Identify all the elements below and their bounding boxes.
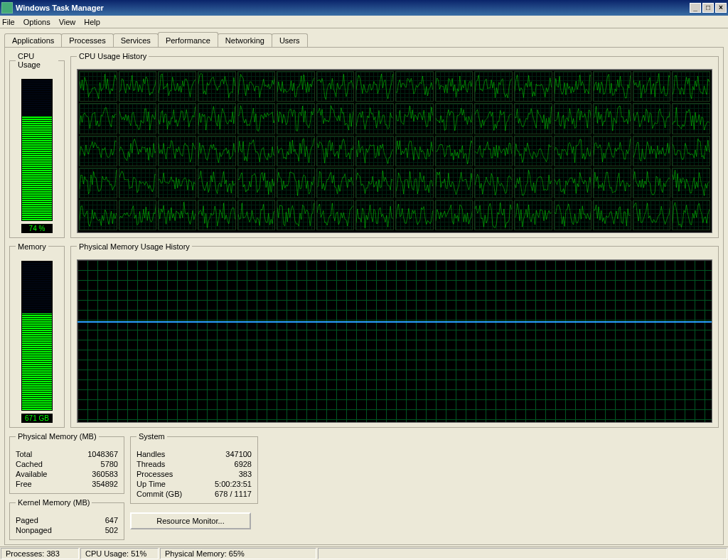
cpu-core-chart bbox=[198, 168, 236, 198]
cpu-core-chart bbox=[316, 136, 355, 166]
status-processes: Processes: 383 bbox=[1, 548, 79, 559]
kernel-memory-label: Kernel Memory (MB) bbox=[16, 498, 92, 507]
sys-handles-label: Handles bbox=[136, 449, 165, 459]
tab-strip: Applications Processes Services Performa… bbox=[4, 31, 724, 47]
tab-networking[interactable]: Networking bbox=[218, 33, 272, 47]
cpu-core-chart bbox=[79, 103, 117, 134]
cpu-core-chart bbox=[237, 136, 276, 166]
pm-cached-value: 5780 bbox=[101, 459, 118, 469]
app-icon bbox=[1, 2, 13, 14]
performance-panel: CPU Usage 74 % CPU Usage History Memory … bbox=[4, 47, 724, 545]
cpu-core-chart bbox=[633, 200, 671, 230]
cpu-core-chart bbox=[79, 168, 117, 198]
titlebar: Windows Task Manager _ □ × bbox=[0, 0, 728, 16]
memory-history-chart bbox=[77, 259, 712, 424]
cpu-core-chart bbox=[158, 103, 196, 134]
menu-options[interactable]: Options bbox=[23, 18, 50, 26]
cpu-core-chart bbox=[395, 168, 434, 198]
cpu-core-chart bbox=[633, 168, 671, 198]
minimize-button[interactable]: _ bbox=[690, 3, 701, 13]
cpu-core-chart bbox=[395, 136, 434, 166]
system-group: System Handles347100 Threads6928 Process… bbox=[130, 432, 258, 504]
cpu-core-chart bbox=[158, 71, 196, 102]
menu-view[interactable]: View bbox=[59, 18, 76, 26]
tab-services[interactable]: Services bbox=[113, 33, 159, 47]
cpu-core-chart bbox=[514, 168, 552, 198]
cpu-core-chart bbox=[355, 103, 394, 134]
cpu-core-chart bbox=[633, 103, 671, 134]
cpu-core-chart bbox=[593, 200, 631, 230]
cpu-core-chart bbox=[593, 136, 631, 166]
sys-uptime-label: Up Time bbox=[136, 479, 166, 489]
sys-commit-label: Commit (GB) bbox=[136, 489, 182, 499]
cpu-core-chart bbox=[593, 103, 631, 134]
cpu-core-chart bbox=[355, 200, 394, 230]
cpu-core-chart bbox=[672, 103, 710, 134]
menu-file[interactable]: File bbox=[2, 18, 15, 26]
cpu-core-chart bbox=[79, 136, 117, 166]
cpu-core-chart bbox=[554, 168, 592, 198]
cpu-core-chart bbox=[554, 200, 592, 230]
cpu-core-chart bbox=[316, 200, 355, 230]
cpu-core-chart bbox=[316, 103, 355, 134]
status-cpu: CPU Usage: 51% bbox=[80, 548, 159, 559]
cpu-history-grid bbox=[77, 69, 712, 233]
system-label: System bbox=[136, 432, 167, 441]
menu-help[interactable]: Help bbox=[84, 18, 100, 26]
sys-threads-value: 6928 bbox=[235, 459, 252, 469]
cpu-core-chart bbox=[474, 71, 513, 102]
cpu-core-chart bbox=[277, 168, 315, 198]
sys-threads-label: Threads bbox=[136, 459, 165, 469]
sys-processes-label: Processes bbox=[136, 469, 173, 479]
cpu-core-chart bbox=[237, 168, 276, 198]
cpu-core-chart bbox=[514, 71, 552, 102]
memory-value: 671 GB bbox=[21, 414, 53, 423]
cpu-core-chart bbox=[395, 103, 434, 134]
cpu-history-group: CPU Usage History bbox=[70, 52, 719, 238]
cpu-core-chart bbox=[672, 136, 710, 166]
status-empty bbox=[318, 548, 727, 559]
cpu-core-chart bbox=[593, 168, 631, 198]
memory-meter bbox=[21, 261, 53, 411]
memory-group: Memory 671 GB bbox=[9, 242, 65, 429]
cpu-core-chart bbox=[514, 200, 552, 230]
window-title: Windows Task Manager bbox=[16, 4, 104, 12]
cpu-core-chart bbox=[435, 168, 473, 198]
resource-monitor-button[interactable]: Resource Monitor... bbox=[130, 512, 251, 529]
memory-history-label: Physical Memory Usage History bbox=[77, 242, 192, 251]
cpu-core-chart bbox=[554, 71, 592, 102]
tab-performance[interactable]: Performance bbox=[158, 32, 218, 47]
pm-free-value: 354892 bbox=[92, 479, 118, 489]
cpu-core-chart bbox=[355, 168, 394, 198]
pm-cached-label: Cached bbox=[16, 459, 43, 469]
pm-total-value: 1048367 bbox=[87, 449, 118, 459]
cpu-core-chart bbox=[554, 103, 592, 134]
cpu-usage-group: CPU Usage 74 % bbox=[9, 52, 65, 238]
sys-uptime-value: 5:00:23:51 bbox=[215, 479, 252, 489]
tab-processes[interactable]: Processes bbox=[61, 33, 113, 47]
cpu-core-chart bbox=[119, 136, 157, 166]
km-nonpaged-value: 502 bbox=[105, 525, 118, 535]
cpu-core-chart bbox=[672, 168, 710, 198]
cpu-usage-meter bbox=[21, 79, 53, 221]
cpu-core-chart bbox=[119, 168, 157, 198]
pm-total-label: Total bbox=[16, 449, 32, 459]
cpu-core-chart bbox=[355, 71, 394, 102]
km-nonpaged-label: Nonpaged bbox=[16, 525, 52, 535]
close-button[interactable]: × bbox=[715, 3, 727, 13]
tab-applications[interactable]: Applications bbox=[4, 33, 62, 47]
cpu-core-chart bbox=[158, 200, 196, 230]
tab-users[interactable]: Users bbox=[272, 33, 308, 47]
sys-processes-value: 383 bbox=[239, 469, 252, 479]
cpu-core-chart bbox=[158, 136, 196, 166]
cpu-core-chart bbox=[237, 71, 276, 102]
pm-available-label: Available bbox=[16, 469, 47, 479]
cpu-core-chart bbox=[554, 136, 592, 166]
cpu-core-chart bbox=[277, 136, 315, 166]
cpu-core-chart bbox=[514, 103, 552, 134]
cpu-core-chart bbox=[198, 136, 236, 166]
pm-free-label: Free bbox=[16, 479, 32, 489]
menubar: File Options View Help bbox=[0, 16, 728, 28]
maximize-button[interactable]: □ bbox=[702, 3, 714, 13]
cpu-usage-value: 74 % bbox=[21, 224, 53, 233]
